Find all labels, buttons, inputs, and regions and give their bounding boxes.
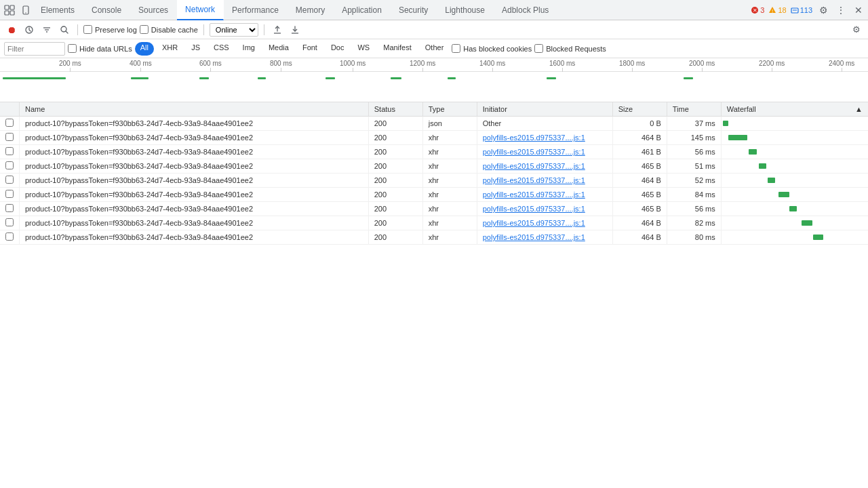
table-row[interactable]: product-10?bypassToken=f930bb63-24d7-4ec… — [0, 174, 868, 188]
row-initiator[interactable]: polyfills-es2015.d975337....js:1 — [477, 188, 612, 202]
timeline-ruler: 200 ms400 ms600 ms800 ms1000 ms1200 ms14… — [0, 58, 868, 72]
row-initiator[interactable]: polyfills-es2015.d975337....js:1 — [477, 174, 612, 188]
settings-icon[interactable]: ⚙ — [816, 3, 830, 17]
table-row[interactable]: product-10?bypassToken=f930bb63-24d7-4ec… — [0, 216, 868, 230]
svg-rect-2 — [5, 11, 9, 15]
row-type: xhr — [422, 202, 477, 216]
row-size: 464 B — [612, 131, 667, 145]
filter-input[interactable] — [4, 42, 65, 56]
filter-doc-btn[interactable]: Doc — [326, 42, 350, 56]
tab-memory[interactable]: Memory — [288, 0, 334, 20]
svg-rect-1 — [10, 5, 14, 9]
table-row[interactable]: product-10?bypassToken=f930bb63-24d7-4ec… — [0, 117, 868, 131]
row-type: json — [422, 117, 477, 131]
filter-img-btn[interactable]: Img — [237, 42, 260, 56]
row-initiator[interactable]: polyfills-es2015.d975337....js:1 — [477, 131, 612, 145]
col-initiator[interactable]: Initiator — [477, 102, 612, 117]
row-checkbox[interactable] — [5, 218, 14, 226]
tab-elements[interactable]: Elements — [33, 0, 83, 20]
row-checkbox[interactable] — [5, 161, 14, 169]
clear-button[interactable] — [22, 22, 37, 37]
row-checkbox[interactable] — [5, 133, 14, 141]
row-checkbox[interactable] — [5, 176, 14, 184]
network-settings-icon[interactable]: ⚙ — [849, 22, 864, 37]
three-dot-icon[interactable]: ⋮ — [834, 3, 848, 17]
row-size: 465 B — [612, 202, 667, 216]
row-size: 465 B — [612, 159, 667, 174]
row-initiator[interactable]: polyfills-es2015.d975337....js:1 — [477, 230, 612, 245]
filter-icon[interactable] — [39, 22, 54, 37]
svg-line-17 — [66, 31, 68, 33]
col-status[interactable]: Status — [368, 102, 422, 117]
upload-icon[interactable] — [270, 22, 285, 37]
row-checkbox[interactable] — [5, 147, 14, 155]
waterfall-bar — [813, 235, 823, 240]
row-initiator[interactable]: polyfills-es2015.d975337....js:1 — [477, 202, 612, 216]
has-blocked-cookies-checkbox[interactable] — [452, 44, 460, 53]
disable-cache-label[interactable]: Disable cache — [140, 25, 198, 34]
row-size: 461 B — [612, 145, 667, 159]
tab-performance[interactable]: Performance — [224, 0, 288, 20]
col-waterfall[interactable]: Waterfall ▲ — [721, 102, 868, 117]
timeline[interactable]: 200 ms400 ms600 ms800 ms1000 ms1200 ms14… — [0, 58, 868, 102]
table-row[interactable]: product-10?bypassToken=f930bb63-24d7-4ec… — [0, 188, 868, 202]
filter-font-btn[interactable]: Font — [297, 42, 323, 56]
tab-application[interactable]: Application — [334, 0, 391, 20]
row-time: 80 ms — [667, 230, 721, 245]
row-initiator[interactable]: polyfills-es2015.d975337....js:1 — [477, 145, 612, 159]
tab-lighthouse[interactable]: Lighthouse — [437, 0, 494, 20]
row-initiator[interactable]: polyfills-es2015.d975337....js:1 — [477, 159, 612, 174]
throttle-select[interactable]: Online Fast 3G Slow 3G Offline — [210, 23, 258, 37]
col-time[interactable]: Time — [667, 102, 721, 117]
mobile-icon[interactable] — [19, 3, 33, 17]
row-time: 145 ms — [667, 131, 721, 145]
has-blocked-cookies-label[interactable]: Has blocked cookies — [452, 44, 532, 53]
tab-console[interactable]: Console — [83, 0, 130, 20]
record-button[interactable]: ⏺ — [4, 22, 19, 37]
row-checkbox[interactable] — [5, 119, 14, 127]
table-row[interactable]: product-10?bypassToken=f930bb63-24d7-4ec… — [0, 159, 868, 174]
col-size[interactable]: Size — [612, 102, 667, 117]
col-type[interactable]: Type — [422, 102, 477, 117]
filter-css-btn[interactable]: CSS — [208, 42, 235, 56]
close-icon[interactable]: ✕ — [852, 3, 865, 17]
row-checkbox[interactable] — [5, 190, 14, 198]
filter-all-btn[interactable]: All — [135, 42, 154, 56]
download-icon[interactable] — [288, 22, 302, 37]
tab-sources[interactable]: Sources — [130, 0, 177, 20]
row-checkbox[interactable] — [5, 232, 14, 241]
preserve-log-label[interactable]: Preserve log — [83, 25, 137, 34]
row-time: 84 ms — [667, 188, 721, 202]
requests-table-container[interactable]: Name Status Type Initiator Size Time Wat… — [0, 102, 868, 488]
filter-ws-btn[interactable]: WS — [352, 42, 375, 56]
tab-security[interactable]: Security — [391, 0, 437, 20]
disable-cache-checkbox[interactable] — [140, 25, 149, 34]
tab-adblock[interactable]: Adblock Plus — [494, 0, 557, 20]
row-checkbox[interactable] — [5, 204, 14, 212]
row-time: 52 ms — [667, 174, 721, 188]
hide-data-urls-checkbox[interactable] — [68, 44, 77, 53]
ruler-tick: 400 ms — [130, 60, 152, 72]
preserve-log-checkbox[interactable] — [83, 25, 92, 34]
blocked-requests-checkbox[interactable] — [534, 44, 543, 53]
row-waterfall — [721, 174, 868, 188]
filter-manifest-btn[interactable]: Manifest — [378, 42, 417, 56]
row-type: xhr — [422, 145, 477, 159]
search-icon[interactable] — [57, 22, 72, 37]
table-row[interactable]: product-10?bypassToken=f930bb63-24d7-4ec… — [0, 230, 868, 245]
row-initiator[interactable]: polyfills-es2015.d975337....js:1 — [477, 216, 612, 230]
tab-network[interactable]: Network — [177, 0, 224, 20]
filter-js-btn[interactable]: JS — [186, 42, 205, 56]
svg-text:✕: ✕ — [753, 7, 757, 14]
table-row[interactable]: product-10?bypassToken=f930bb63-24d7-4ec… — [0, 131, 868, 145]
filter-other-btn[interactable]: Other — [420, 42, 450, 56]
row-type: xhr — [422, 188, 477, 202]
filter-media-btn[interactable]: Media — [263, 42, 294, 56]
table-row[interactable]: product-10?bypassToken=f930bb63-24d7-4ec… — [0, 202, 868, 216]
table-row[interactable]: product-10?bypassToken=f930bb63-24d7-4ec… — [0, 145, 868, 159]
col-name[interactable]: Name — [20, 102, 369, 117]
filter-xhr-btn[interactable]: XHR — [157, 42, 183, 56]
devtools-icon[interactable] — [3, 3, 16, 17]
hide-data-urls-label[interactable]: Hide data URLs — [68, 44, 132, 53]
blocked-requests-label[interactable]: Blocked Requests — [534, 44, 606, 53]
